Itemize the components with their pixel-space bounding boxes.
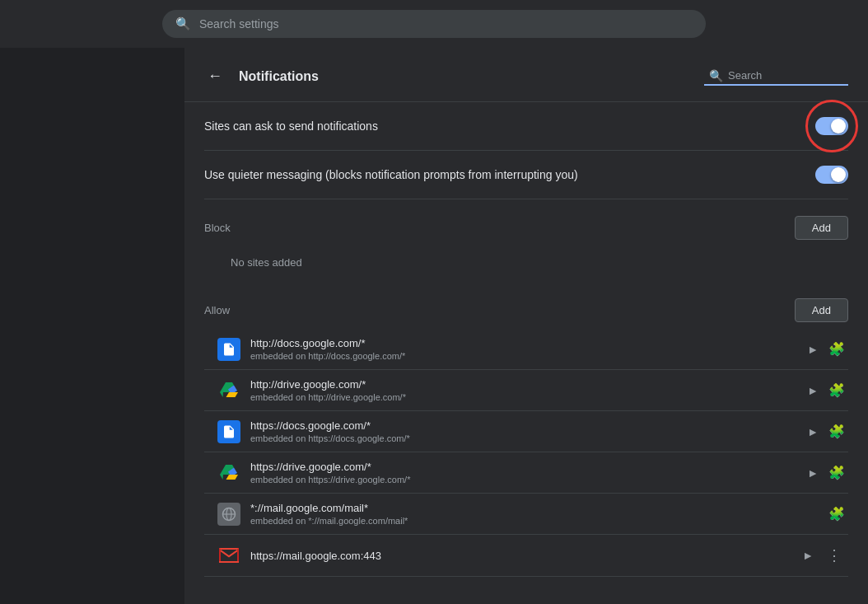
site-url: https://mail.google.com:443 (250, 550, 789, 562)
drive-icon (217, 461, 240, 485)
puzzle-icon: 🧩 (828, 424, 845, 439)
block-add-button[interactable]: Add (795, 216, 848, 240)
panel-header: ← Notifications 🔍 (184, 48, 868, 102)
sites-can-ask-toggle-wrapper (815, 117, 848, 135)
list-item: https://mail.google.com:443 ► ⋮ (204, 535, 848, 577)
site-actions: ► 🧩 (804, 381, 845, 400)
docs-icon (217, 338, 240, 361)
list-item: *://mail.google.com/mail* embedded on *:… (204, 494, 848, 535)
site-embedded: embedded on http://docs.google.com/* (250, 351, 794, 361)
expand-button[interactable]: ► (804, 422, 822, 442)
site-actions: ► 🧩 (804, 463, 845, 483)
site-url: https://drive.google.com/* (250, 461, 794, 473)
settings-search-bar[interactable]: 🔍 (162, 10, 706, 38)
allow-section-header: Allow Add (204, 282, 848, 329)
search-icon: 🔍 (175, 16, 191, 31)
list-item: http://drive.google.com/* embedded on ht… (204, 370, 848, 411)
sites-can-ask-row: Sites can ask to send notifications (204, 102, 848, 151)
panel-title-group: ← Notifications (204, 64, 319, 88)
panel-search[interactable]: 🔍 (704, 68, 848, 86)
list-item: https://drive.google.com/* embedded on h… (204, 452, 848, 494)
docs-icon (217, 420, 240, 443)
site-url: https://docs.google.com/* (250, 419, 794, 432)
site-embedded: embedded on http://drive.google.com/* (250, 392, 794, 402)
quieter-messaging-toggle[interactable] (815, 166, 848, 184)
site-url: *://mail.google.com/mail* (250, 502, 819, 514)
site-info: https://mail.google.com:443 (250, 550, 789, 562)
site-embedded: embedded on https://docs.google.com/* (250, 433, 794, 443)
quieter-messaging-label: Use quieter messaging (blocks notificati… (204, 168, 578, 181)
puzzle-icon: 🧩 (828, 465, 845, 480)
top-bar: 🔍 (0, 0, 868, 48)
block-label: Block (204, 222, 231, 234)
list-item: http://docs.google.com/* embedded on htt… (204, 329, 848, 370)
no-sites-text: No sites added (204, 246, 848, 282)
toggle-knob-2 (831, 167, 846, 182)
gmail-icon (217, 544, 240, 567)
site-url: http://drive.google.com/* (250, 378, 794, 391)
main-area: ← Notifications 🔍 Sites can ask to send … (0, 48, 868, 604)
expand-button[interactable]: ► (799, 545, 817, 565)
puzzle-icon: 🧩 (828, 506, 845, 522)
puzzle-icon: 🧩 (828, 341, 845, 357)
more-button[interactable]: ⋮ (824, 543, 845, 568)
expand-button[interactable]: ► (804, 339, 822, 359)
quieter-messaging-row: Use quieter messaging (blocks notificati… (204, 151, 848, 199)
allow-add-button[interactable]: Add (795, 298, 848, 322)
site-url: http://docs.google.com/* (250, 337, 794, 349)
site-embedded: embedded on https://drive.google.com/* (250, 475, 794, 485)
site-info: http://drive.google.com/* embedded on ht… (250, 378, 794, 402)
allow-label: Allow (204, 304, 230, 316)
site-embedded: embedded on *://mail.google.com/mail* (250, 516, 819, 526)
sites-can-ask-toggle[interactable] (815, 117, 848, 135)
site-actions: ► 🧩 (804, 422, 845, 442)
site-actions: ► ⋮ (799, 543, 845, 568)
settings-search-input[interactable] (199, 17, 693, 30)
site-info: http://docs.google.com/* embedded on htt… (250, 337, 794, 361)
site-info: https://docs.google.com/* embedded on ht… (250, 419, 794, 443)
sidebar (0, 48, 184, 604)
block-section-header: Block Add (204, 199, 848, 246)
puzzle-icon: 🧩 (828, 382, 845, 398)
panel-search-input[interactable] (728, 69, 843, 82)
site-info: https://drive.google.com/* embedded on h… (250, 461, 794, 485)
panel-search-icon: 🔍 (709, 69, 723, 82)
content-panel: ← Notifications 🔍 Sites can ask to send … (184, 48, 868, 604)
drive-icon (217, 379, 240, 402)
site-actions: 🧩 (828, 506, 845, 522)
sites-can-ask-label: Sites can ask to send notifications (204, 119, 378, 133)
page-title: Notifications (239, 69, 319, 84)
back-button[interactable]: ← (204, 64, 226, 88)
settings-section: Sites can ask to send notifications Use … (184, 102, 868, 583)
site-actions: ► 🧩 (804, 339, 845, 359)
expand-button[interactable]: ► (804, 463, 822, 483)
globe-icon (217, 503, 240, 526)
list-item: https://docs.google.com/* embedded on ht… (204, 411, 848, 452)
toggle-knob (831, 119, 846, 133)
site-info: *://mail.google.com/mail* embedded on *:… (250, 502, 819, 526)
allow-site-list: http://docs.google.com/* embedded on htt… (204, 329, 848, 583)
expand-button[interactable]: ► (804, 381, 822, 400)
